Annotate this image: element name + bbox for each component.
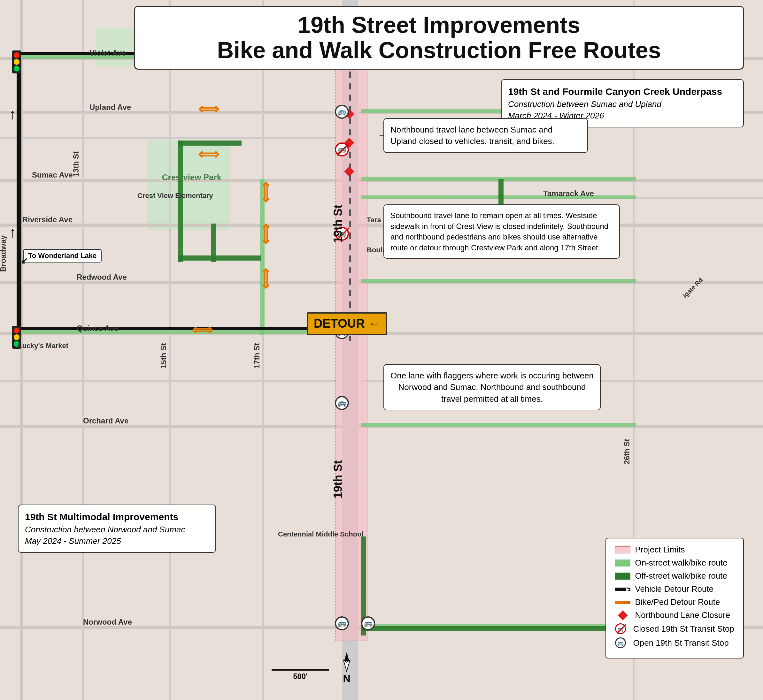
legend-box: Project Limits On-street walk/bike route… bbox=[605, 538, 744, 658]
green-route-redwood bbox=[361, 279, 636, 283]
legend-item-offstreet: Off-street walk/bike route bbox=[615, 571, 734, 581]
legend-item-bikeped: ⟺ Bike/Ped Detour Route bbox=[615, 597, 734, 607]
scale-label: 500' bbox=[293, 672, 308, 681]
dark-route-connect1 bbox=[178, 141, 241, 145]
legend-label-nb-closure: Northbound Lane Closure bbox=[635, 610, 730, 620]
legend-label-bikeped: Bike/Ped Detour Route bbox=[635, 597, 720, 607]
bus-stop-upland: 🚌 bbox=[335, 105, 349, 119]
green-route-quince-h bbox=[20, 330, 343, 334]
bidir-sumac: ⟺ bbox=[198, 147, 219, 162]
norwood-ave-label: Norwood Ave bbox=[83, 617, 132, 627]
dark-route-connect3 bbox=[211, 223, 216, 262]
callout-one-lane: One lane with flaggers where work is occ… bbox=[384, 364, 601, 410]
wonderland-lake-text: To Wonderland Lake bbox=[28, 252, 97, 259]
legend-label-project: Project Limits bbox=[635, 545, 685, 555]
legend-item-nb-closure: Northbound Lane Closure bbox=[615, 610, 734, 620]
legend-item-vehicle: ▶ Vehicle Detour Route bbox=[615, 584, 734, 594]
legend-bus-open: 🚌 bbox=[615, 638, 626, 648]
dark-route-crestview bbox=[178, 141, 183, 262]
legend-label-vehicle: Vehicle Detour Route bbox=[635, 584, 713, 594]
title-line1: 19th Street Improvements bbox=[145, 12, 733, 38]
15th-st-road bbox=[169, 0, 171, 700]
bidir-quince: ⟺ bbox=[192, 322, 213, 337]
bidir-17th-1: ⟺ bbox=[259, 182, 274, 203]
bus-stop-closed-sumac: 🚌 bbox=[335, 142, 349, 156]
callout-multimodal: 19th St Multimodal Improvements Construc… bbox=[18, 505, 216, 553]
legend-label-offstreet: Off-street walk/bike route bbox=[635, 571, 727, 581]
scale-bar: 500' bbox=[272, 669, 329, 681]
callout-multimodal-line1: Construction between Norwood and Sumac bbox=[25, 524, 209, 535]
detour-sign: DETOUR ← bbox=[307, 312, 387, 335]
legend-item-open-stop: 🚌 Open 19th St Transit Stop bbox=[615, 638, 734, 648]
green-route-orchard-e bbox=[361, 423, 636, 427]
sumac-ave-label: Sumac Ave bbox=[32, 170, 73, 180]
legend-label-onstreet: On-street walk/bike route bbox=[635, 558, 727, 568]
map-container: → ↑ ↑ ⟺ ⟺ ⟺ ⟺ ⟺ ⟺ 🚌 🚌 🚌 🚌 🚌 🚌 🚌 DETOUR ← bbox=[0, 0, 763, 700]
tamarack-ave-label: Tamarack Ave bbox=[543, 189, 594, 198]
title-box: 19th Street Improvements Bike and Walk C… bbox=[134, 6, 744, 70]
legend-diamond bbox=[618, 610, 628, 620]
legend-item-closed-stop: 🚌 Closed 19th St Transit Stop bbox=[615, 623, 734, 634]
redwood-ave-label: Redwood Ave bbox=[77, 273, 127, 282]
dark-route-se2 bbox=[361, 626, 636, 631]
legend-label-closed-stop: Closed 19th St Transit Stop bbox=[633, 624, 734, 634]
bus-stop-norwood2: 🚌 bbox=[361, 616, 375, 630]
violet-ave-label: Violet Ave bbox=[89, 48, 126, 58]
black-arrow-broadway-2: ↑ bbox=[9, 223, 16, 241]
19th-st-label-lower: 19th St bbox=[331, 460, 345, 498]
crest-view-label: Crest View Elementary bbox=[137, 192, 201, 200]
riverside-ave-label: Riverside Ave bbox=[22, 215, 72, 224]
callout-multimodal-line2: May 2024 - Summer 2025 bbox=[25, 535, 209, 547]
bidir-upland-1: ⟺ bbox=[198, 102, 219, 116]
gatehouse-rd-label: igate Rd bbox=[682, 276, 705, 299]
13th-st-label: 13th St bbox=[72, 148, 80, 180]
quince-ave-label: Quince Ave bbox=[77, 324, 118, 333]
legend-item-onstreet: On-street walk/bike route bbox=[615, 558, 734, 568]
vehicle-detour-quince bbox=[20, 327, 343, 330]
bus-stop-below-quince: 🚌 bbox=[335, 396, 349, 410]
callout-southbound-text: Southbound travel lane to remain open at… bbox=[390, 211, 608, 252]
callout-northbound: Northbound travel lane between Sumac and… bbox=[384, 118, 588, 153]
broadway-label: Broadway bbox=[0, 234, 8, 273]
legend-swatch-project bbox=[615, 546, 630, 553]
17th-st-label: 17th St bbox=[252, 340, 262, 372]
svg-marker-1 bbox=[343, 660, 350, 671]
dark-route-connect2 bbox=[178, 255, 261, 261]
legend-item-project-limits: Project Limits bbox=[615, 545, 734, 555]
north-label: N bbox=[343, 673, 350, 685]
legend-swatch-offstreet bbox=[615, 573, 630, 580]
legend-label-open-stop: Open 19th St Transit Stop bbox=[633, 638, 729, 648]
traffic-light-north bbox=[12, 50, 21, 73]
orchard-ave-label: Orchard Ave bbox=[83, 416, 128, 425]
crestview-park-label: Crestview Park bbox=[154, 172, 230, 182]
callout-multimodal-title: 19th St Multimodal Improvements bbox=[25, 510, 209, 524]
callout-underpass-title: 19th St and Fourmile Canyon Creek Underp… bbox=[508, 85, 737, 98]
callout-one-lane-text: One lane with flaggers where work is occ… bbox=[390, 371, 594, 404]
26th-st-label: 26th St bbox=[622, 436, 631, 467]
callout-underpass-line1: Construction between Sumac and Upland bbox=[508, 98, 737, 110]
centennial-label: Centennial Middle School bbox=[278, 530, 335, 538]
title-line2: Bike and Walk Construction Free Routes bbox=[145, 38, 733, 63]
upland-ave-label: Upland Ave bbox=[89, 103, 131, 112]
bidir-17th-2: ⟺ bbox=[259, 223, 274, 245]
legend-bus-closed: 🚌 bbox=[615, 623, 626, 634]
bus-stop-norwood: 🚌 bbox=[335, 616, 349, 630]
north-arrow: N bbox=[339, 650, 355, 685]
luckys-market-label: Lucky's Market bbox=[18, 342, 60, 350]
callout-northbound-text: Northbound travel lane between Sumac and… bbox=[390, 125, 555, 146]
17th-st-road bbox=[262, 0, 264, 700]
wonderland-arrow: ↙ bbox=[20, 255, 28, 266]
13th-st-road bbox=[82, 0, 84, 700]
connector-northbound bbox=[379, 135, 384, 136]
vehicle-detour-broadway-v bbox=[17, 52, 21, 331]
legend-swatch-onstreet bbox=[615, 559, 630, 567]
bidir-redwood: ⟺ bbox=[259, 268, 274, 289]
connector-southbound bbox=[379, 227, 384, 227]
wonderland-lake-box: To Wonderland Lake bbox=[23, 249, 102, 262]
15th-st-label: 15th St bbox=[159, 340, 168, 372]
black-arrow-broadway-1: ↑ bbox=[9, 105, 16, 123]
callout-southbound: Southbound travel lane to remain open at… bbox=[384, 205, 620, 259]
detour-sign-text: DETOUR ← bbox=[314, 317, 380, 331]
construction-dashes bbox=[349, 60, 351, 341]
19th-st-label-upper: 19th St bbox=[331, 205, 345, 243]
